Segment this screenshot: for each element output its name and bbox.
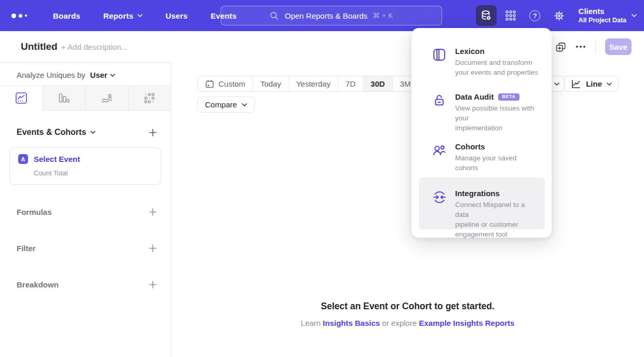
data-management-menu: Lexicon Document and transform your even… (412, 28, 552, 238)
nav-right: ? Clients All Project Data (476, 0, 637, 31)
save-button[interactable]: Save (605, 38, 632, 55)
tab-bar-chart[interactable] (43, 86, 86, 110)
menu-item-integrations[interactable]: Integrations Connect Mixpanel to a data … (419, 177, 545, 229)
grid-dots-icon (505, 10, 516, 21)
compare-button[interactable]: Compare (197, 97, 255, 113)
apps-grid-button[interactable] (500, 5, 521, 26)
metric-dots-icon (143, 92, 156, 104)
empty-state: Select an Event or Cohort to get started… (171, 301, 644, 327)
menu-item-lexicon[interactable]: Lexicon Document and transform your even… (419, 47, 545, 77)
help-button[interactable]: ? (525, 5, 545, 26)
mixpanel-logo[interactable] (11, 13, 33, 18)
nav-item-reports[interactable]: Reports (103, 11, 143, 20)
beta-badge: BETA (498, 93, 519, 101)
nav-item-users[interactable]: Users (166, 11, 188, 20)
project-selector[interactable]: Clients All Project Data (579, 7, 637, 24)
plus-icon (148, 128, 157, 137)
chevron-down-icon (607, 83, 612, 86)
nav-item-boards[interactable]: Boards (53, 11, 80, 20)
menu-item-desc: View possible issues with your implement… (455, 103, 540, 133)
chevron-down-icon (90, 131, 95, 134)
nav-links: Boards Reports Users Events (53, 11, 237, 20)
tab-flow-chart[interactable] (86, 86, 129, 110)
example-reports-link[interactable]: Example Insights Reports (419, 319, 514, 327)
report-canvas: Custom Today Yesterday 7D 30D 3M 6M Comp… (171, 62, 644, 357)
query-sidebar: Analyze Uniques by User (0, 62, 171, 357)
select-event-button[interactable]: Select Event (34, 155, 80, 163)
range-30d[interactable]: 30D (363, 76, 392, 91)
more-options-button[interactable] (576, 45, 586, 48)
menu-item-desc: Document and transform your events and p… (455, 58, 540, 77)
range-custom[interactable]: Custom (198, 76, 253, 91)
org-name: Clients (579, 7, 626, 17)
cohorts-icon (432, 142, 447, 173)
insights-basics-link[interactable]: Insights Basics (323, 319, 380, 327)
menu-item-title: Integrations (455, 189, 540, 198)
bar-chart-icon (58, 92, 70, 104)
project-name: All Project Data (579, 17, 626, 25)
flow-icon (101, 92, 113, 104)
menu-item-cohorts[interactable]: Cohorts Manage your saved cohorts (419, 142, 545, 173)
report-actions: Save (555, 31, 632, 62)
formulas-label: Formulas (17, 208, 52, 216)
range-today[interactable]: Today (253, 76, 289, 91)
duplicate-icon (555, 42, 566, 52)
tab-metric[interactable] (129, 86, 171, 110)
add-filter-button[interactable] (148, 244, 157, 253)
filter-section: Filter (17, 244, 157, 252)
plus-icon (148, 280, 157, 289)
event-row-card[interactable]: A Select Event Count Total (9, 147, 161, 185)
plus-icon (148, 208, 157, 216)
events-cohorts-header: Events & Cohorts (17, 128, 157, 137)
add-breakdown-button[interactable] (148, 280, 157, 289)
search-shortcut: ⌘ + K (373, 11, 393, 20)
database-gear-icon (480, 9, 492, 22)
empty-sub-prefix: Learn (301, 319, 321, 327)
report-title[interactable]: Untitled (21, 41, 58, 52)
filter-label: Filter (17, 244, 36, 253)
divider (595, 39, 596, 54)
formulas-section: Formulas (17, 208, 157, 215)
menu-item-desc: Manage your saved cohorts (455, 153, 540, 173)
search-icon (270, 11, 279, 20)
menu-item-title: Lexicon (455, 47, 540, 56)
calendar-icon (205, 79, 214, 89)
range-custom-label: Custom (218, 79, 245, 88)
breakdown-label: Breakdown (17, 280, 59, 289)
tab-line-chart[interactable] (0, 86, 43, 111)
menu-item-desc: Connect Mixpanel to a data pipeline or c… (455, 200, 540, 240)
add-formula-button[interactable] (148, 208, 157, 216)
event-series-badge: A (18, 154, 28, 164)
chart-style-dropdown[interactable]: Line (564, 76, 619, 92)
events-cohorts-toggle[interactable]: Events & Cohorts (17, 128, 95, 137)
menu-item-title: Cohorts (455, 142, 540, 151)
empty-sub-middle: or explore (382, 319, 417, 327)
count-type-selector[interactable]: Count Total (34, 169, 154, 177)
line-chart-icon (571, 79, 581, 89)
menu-item-title: Data Audit BETA (455, 92, 540, 101)
duplicate-button[interactable] (555, 42, 566, 52)
gear-icon (553, 10, 565, 22)
integrations-icon (432, 189, 447, 229)
report-description-field[interactable]: + Add description... (61, 43, 128, 51)
analyze-by-selector[interactable]: Analyze Uniques by User (0, 63, 171, 79)
data-management-button[interactable] (476, 5, 497, 26)
chevron-down-icon (554, 83, 559, 86)
range-yesterday[interactable]: Yesterday (289, 76, 338, 91)
events-cohorts-label: Events & Cohorts (17, 128, 86, 137)
search-input[interactable]: Open Reports & Boards ⌘ + K (221, 6, 442, 25)
compare-label: Compare (205, 100, 237, 109)
chevron-down-icon (110, 74, 115, 77)
question-mark-icon: ? (529, 10, 540, 21)
analyze-value: User (90, 71, 107, 79)
menu-item-data-audit[interactable]: Data Audit BETA View possible issues wit… (419, 92, 545, 133)
chevron-down-icon (632, 14, 637, 17)
settings-gear-button[interactable] (549, 5, 570, 26)
data-audit-icon (432, 92, 447, 133)
lexicon-icon (432, 47, 447, 77)
range-7d[interactable]: 7D (338, 76, 363, 91)
mixpanel-app: Boards Reports Users Events Open Reports… (0, 0, 644, 357)
add-event-button[interactable] (148, 128, 157, 137)
breakdown-section: Breakdown (17, 281, 157, 288)
plus-icon (148, 244, 157, 253)
